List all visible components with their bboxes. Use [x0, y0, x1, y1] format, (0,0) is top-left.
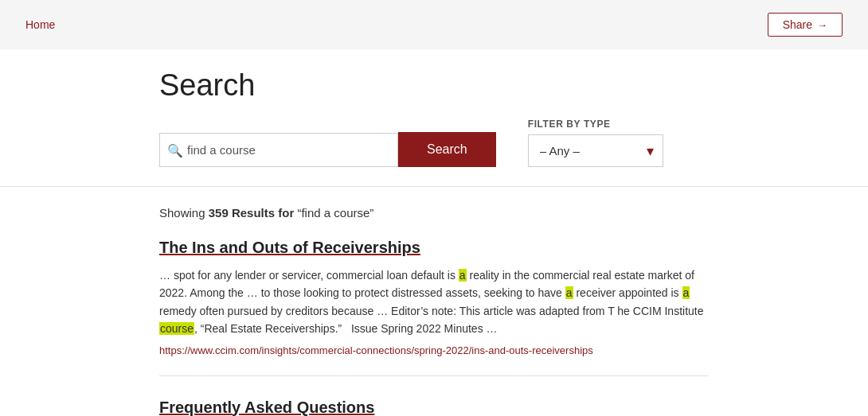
result-title[interactable]: Frequently Asked Questions: [159, 399, 709, 416]
search-row: 🔍 Search FILTER BY TYPE – Any – Course A…: [159, 119, 709, 167]
filter-select[interactable]: – Any – Course Article FAQ Event: [528, 134, 663, 167]
results-section: Showing 359 Results for “find a course” …: [0, 187, 868, 416]
main-content: Search 🔍 Search FILTER BY TYPE – Any – C…: [0, 49, 868, 416]
search-input[interactable]: [159, 133, 398, 167]
results-query: “find a course”: [297, 206, 373, 220]
home-link[interactable]: Home: [25, 18, 55, 31]
results-count: 359 Results for: [209, 206, 295, 220]
highlight: a: [565, 286, 573, 299]
search-icon: 🔍: [167, 142, 183, 157]
results-prefix: Showing: [159, 206, 209, 220]
search-input-wrapper: 🔍: [159, 133, 398, 167]
search-button[interactable]: Search: [398, 132, 496, 167]
results-summary: Showing 359 Results for “find a course”: [159, 206, 709, 220]
highlight: course: [159, 322, 194, 335]
result-item: Frequently Asked Questions … and more. R…: [159, 399, 709, 416]
filter-group: FILTER BY TYPE – Any – Course Article FA…: [528, 119, 663, 167]
result-excerpt: … spot for any lender or servicer, comme…: [159, 266, 709, 338]
share-button[interactable]: Share →: [768, 13, 843, 37]
share-icon: →: [817, 19, 827, 31]
result-url[interactable]: https://www.ccim.com/insights/commercial…: [159, 344, 709, 356]
highlight: a: [459, 269, 467, 282]
filter-select-wrapper: – Any – Course Article FAQ Event ▾: [528, 134, 663, 167]
result-title[interactable]: The Ins and Outs of Receiverships: [159, 239, 709, 257]
page-title: Search: [159, 68, 709, 103]
share-label: Share: [783, 18, 812, 31]
filter-label: FILTER BY TYPE: [528, 119, 663, 130]
highlight: a: [682, 286, 690, 299]
top-navigation: Home Share →: [0, 0, 868, 49]
result-item: The Ins and Outs of Receiverships … spot…: [159, 239, 709, 376]
search-header: Search 🔍 Search FILTER BY TYPE – Any – C…: [0, 49, 868, 167]
